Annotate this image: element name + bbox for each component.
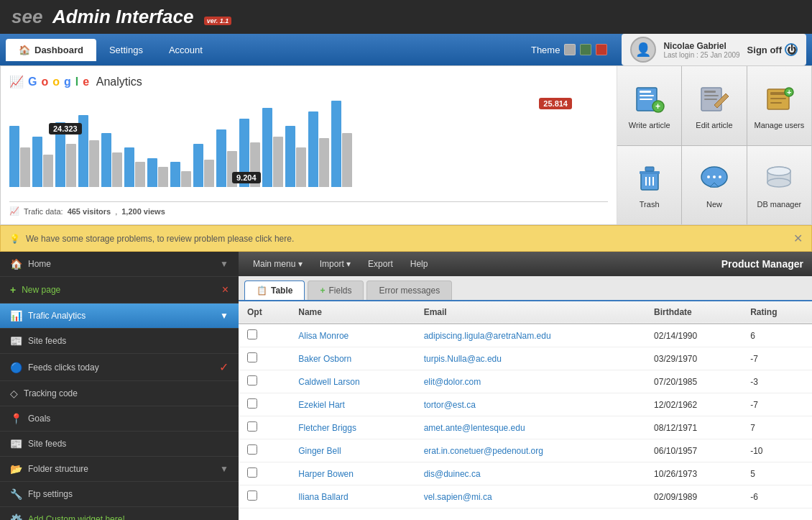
theme-color-red[interactable] bbox=[596, 44, 607, 55]
logo-admin-text: Admin Interface bbox=[52, 6, 194, 27]
row-checkbox[interactable] bbox=[247, 375, 257, 386]
bar-gray-15 bbox=[342, 133, 352, 187]
sidebar-item-feeds-clicks[interactable]: 🔵 Feeds clicks today ✓ bbox=[0, 354, 239, 381]
svg-point-24 bbox=[707, 175, 710, 178]
cell-birthdate: 02/09/1989 bbox=[645, 485, 742, 508]
toolbar-import[interactable]: Import ▾ bbox=[314, 256, 356, 272]
theme-color-green[interactable] bbox=[580, 44, 591, 55]
email-link[interactable]: dis@duinec.ca bbox=[424, 469, 481, 479]
folder-structure-icon: 📂 bbox=[10, 463, 22, 475]
warning-bar: 💡 We have some storage problems, to revi… bbox=[0, 225, 812, 252]
email-link[interactable]: vel.sapien@mi.ca bbox=[424, 492, 492, 502]
name-link[interactable]: Alisa Monroe bbox=[298, 331, 349, 341]
tab-account[interactable]: Account bbox=[156, 39, 216, 61]
bar-blue-2 bbox=[32, 137, 42, 187]
toolbar-help-label: Help bbox=[410, 259, 428, 269]
qa-grid: + Write article Edit article + Manage us… bbox=[617, 66, 811, 224]
tab-error-messages-label: Error messages bbox=[379, 286, 440, 296]
cell-name: Caldwell Larson bbox=[290, 370, 415, 393]
red-dot-feeds: ✓ bbox=[219, 360, 229, 374]
name-link[interactable]: Fletcher Briggs bbox=[298, 423, 356, 433]
sidebar-item-site-feeds-2[interactable]: 📰 Site feeds bbox=[0, 432, 239, 457]
name-link[interactable]: Ezekiel Hart bbox=[298, 400, 345, 410]
sidebar-item-add-widget[interactable]: ⚙️ Add Custom widget here! bbox=[0, 507, 239, 520]
sidebar-item-folder-structure[interactable]: 📂 Folder structure ▼ bbox=[0, 457, 239, 482]
bar-group-1 bbox=[9, 126, 30, 187]
row-checkbox[interactable] bbox=[247, 352, 257, 362]
email-link[interactable]: adipiscing.ligula@aretraNam.edu bbox=[424, 331, 551, 341]
warning-close-button[interactable]: ✕ bbox=[793, 232, 803, 245]
tab-table[interactable]: 📋 Table bbox=[244, 280, 305, 300]
row-checkbox[interactable] bbox=[247, 421, 257, 432]
bar-gray-6 bbox=[135, 162, 145, 187]
qa-edit-article[interactable]: Edit article bbox=[682, 66, 746, 145]
row-checkbox[interactable] bbox=[247, 491, 257, 501]
name-link[interactable]: Iliana Ballard bbox=[298, 492, 348, 502]
email-link[interactable]: erat.in.conetuer@pedenout.org bbox=[424, 446, 543, 456]
toolbar-main-menu[interactable]: Main menu ▾ bbox=[247, 256, 308, 272]
sidebar-item-tracking-code[interactable]: ◇ Tracking code bbox=[0, 381, 239, 406]
email-link[interactable]: elit@dolor.com bbox=[424, 377, 481, 387]
sidebar: 🏠 Home ▼ + New page × 📊 Trafic Analytics… bbox=[0, 252, 239, 520]
sidebar-item-site-feeds-1[interactable]: 📰 Site feeds bbox=[0, 329, 239, 354]
warning-message[interactable]: We have some storage problems, to review… bbox=[26, 234, 294, 244]
pm-tabs: 📋 Table + Fields Error messages bbox=[239, 276, 812, 301]
sidebar-item-goals[interactable]: 📍 Goals bbox=[0, 406, 239, 432]
name-link[interactable]: Caldwell Larson bbox=[298, 377, 359, 387]
cell-opt[interactable] bbox=[239, 462, 290, 485]
qa-db-manager-label: DB manager bbox=[757, 200, 801, 209]
bar-group-5 bbox=[101, 133, 122, 187]
row-checkbox[interactable] bbox=[247, 444, 257, 455]
email-link[interactable]: amet.ante@lentesque.edu bbox=[424, 423, 525, 433]
sidebar-item-home[interactable]: 🏠 Home ▼ bbox=[0, 252, 239, 277]
qa-new-label: New bbox=[706, 200, 722, 209]
tab-settings[interactable]: Settings bbox=[96, 39, 156, 61]
email-link[interactable]: turpis.Nulla@ac.edu bbox=[424, 354, 502, 364]
top-header: see Admin Interface ver. 1.1 bbox=[0, 0, 812, 34]
qa-write-article[interactable]: + Write article bbox=[617, 66, 681, 145]
tab-settings-label: Settings bbox=[109, 45, 143, 55]
qa-new[interactable]: New bbox=[682, 146, 746, 225]
cell-birthdate: 02/14/1990 bbox=[645, 324, 742, 347]
cell-opt[interactable] bbox=[239, 347, 290, 370]
tab-dashboard[interactable]: 🏠 Dashboard bbox=[6, 39, 96, 61]
sign-off-label: Sign off bbox=[747, 45, 782, 55]
cell-opt[interactable] bbox=[239, 370, 290, 393]
name-link[interactable]: Harper Bowen bbox=[298, 469, 354, 479]
tab-fields[interactable]: + Fields bbox=[308, 280, 364, 300]
cell-opt[interactable] bbox=[239, 324, 290, 347]
name-link[interactable]: Baker Osborn bbox=[298, 354, 351, 364]
tab-error-messages[interactable]: Error messages bbox=[366, 280, 452, 300]
svg-rect-11 bbox=[770, 92, 786, 95]
sidebar-item-trafic-analytics[interactable]: 📊 Trafic Analytics ▼ bbox=[0, 304, 239, 329]
cell-opt[interactable] bbox=[239, 393, 290, 416]
email-link[interactable]: tortor@est.ca bbox=[424, 400, 476, 410]
db-manager-icon bbox=[762, 161, 796, 196]
cell-birthdate: 03/29/1970 bbox=[645, 347, 742, 370]
qa-db-manager[interactable]: DB manager bbox=[747, 146, 811, 225]
expand-icon-folder: ▼ bbox=[220, 464, 229, 474]
sidebar-item-new-page[interactable]: + New page × bbox=[0, 277, 239, 304]
toolbar-help[interactable]: Help bbox=[405, 256, 434, 272]
manage-users-icon: + bbox=[762, 82, 796, 117]
bar-blue-5 bbox=[101, 133, 111, 187]
cell-opt[interactable] bbox=[239, 439, 290, 462]
bar-gray-14 bbox=[319, 138, 329, 187]
cell-opt[interactable] bbox=[239, 485, 290, 508]
row-checkbox[interactable] bbox=[247, 398, 257, 409]
cell-email: amet.ante@lentesque.edu bbox=[415, 416, 645, 439]
svg-text:+: + bbox=[787, 88, 791, 96]
analytics-label: Analytics bbox=[93, 76, 142, 88]
toolbar-export[interactable]: Export bbox=[362, 256, 399, 272]
qa-trash[interactable]: Trash bbox=[617, 146, 681, 225]
row-checkbox[interactable] bbox=[247, 329, 257, 339]
toolbar-import-label: Import ▾ bbox=[320, 259, 351, 269]
qa-manage-users[interactable]: + Manage users bbox=[747, 66, 811, 145]
bar-gray-12 bbox=[273, 137, 283, 187]
name-link[interactable]: Ginger Bell bbox=[298, 446, 341, 456]
sign-off-button[interactable]: Sign off ⏻ bbox=[747, 43, 798, 56]
row-checkbox[interactable] bbox=[247, 467, 257, 478]
sidebar-item-ftp-settings[interactable]: 🔧 Ftp settings bbox=[0, 482, 239, 507]
cell-opt[interactable] bbox=[239, 416, 290, 439]
theme-color-gray[interactable] bbox=[564, 44, 576, 55]
